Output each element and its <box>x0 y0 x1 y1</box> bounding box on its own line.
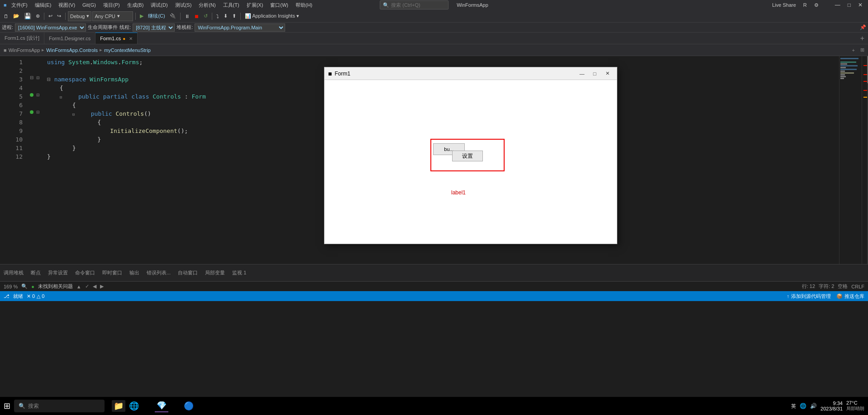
pause-btn[interactable]: ⏸ <box>183 11 191 21</box>
lang-indicator[interactable]: 英 <box>791 403 796 410</box>
thread-label: 线程: <box>119 24 131 31</box>
debug-config-dropdown[interactable]: Debug ▾ <box>68 11 91 21</box>
cg-3[interactable]: ⊟ <box>36 73 43 82</box>
menu-build[interactable]: 生成(B) <box>124 1 147 9</box>
new-file-btn[interactable]: 🗒 <box>2 11 10 21</box>
settings-icon[interactable]: ⚙ <box>814 2 819 8</box>
speaker-icon[interactable]: 🔊 <box>810 403 817 409</box>
bottom-tab-exceptions[interactable]: 异常设置 <box>48 268 68 278</box>
form1-minimize-btn[interactable]: — <box>576 69 588 78</box>
pin-icon[interactable]: 📌 <box>860 24 866 30</box>
tab-form1-cs[interactable]: Form1.cs ● ✕ <box>95 33 138 44</box>
add-to-source-btn[interactable]: ↑ 添加到源代码管理 <box>787 293 831 300</box>
zoom-bar: 169 % 🔍 ● 未找到相关问题 ▲ ✓ ◀ ▶ 行: 12 字符: 2 空格… <box>0 281 868 291</box>
edge-app[interactable]: 🌐 <box>127 400 141 412</box>
minimize-btn[interactable]: — <box>833 2 842 8</box>
menu-project[interactable]: 项目(P) <box>100 1 123 9</box>
tab-close-btn[interactable]: ✕ <box>129 36 133 41</box>
save-btn[interactable]: 💾 <box>22 11 33 21</box>
menu-edit[interactable]: 编辑(E) <box>32 1 54 9</box>
menu-git[interactable]: Git(G) <box>80 1 99 9</box>
menu-help[interactable]: 帮助(H) <box>293 1 315 9</box>
tab-form1-design[interactable]: Form1.cs [设计] <box>0 33 44 44</box>
form1-close-btn[interactable]: ✕ <box>601 69 613 78</box>
cg-8 <box>36 116 43 125</box>
push-btn[interactable]: 📦 推送仓库 <box>836 293 864 300</box>
thread-select[interactable]: [8720] 主线程 <box>133 24 175 32</box>
mail-app[interactable]: ✉ <box>143 400 153 412</box>
bottom-tab-command[interactable]: 命令窗口 <box>75 268 95 278</box>
collapse-bracket-7: ⊟ <box>72 112 75 117</box>
warning-icon[interactable]: ▲ <box>76 284 81 289</box>
nav-prev[interactable]: ◀ <box>93 283 96 289</box>
form1-button2[interactable]: 设置 <box>452 151 483 161</box>
editor-scrollbar[interactable] <box>862 56 868 264</box>
global-search[interactable]: 🔍 <box>380 0 448 9</box>
stop-btn[interactable]: ⏹ <box>192 11 201 21</box>
nav-next[interactable]: ▶ <box>100 283 104 289</box>
undo-btn[interactable]: ↩ <box>47 11 54 21</box>
start-button[interactable]: ⊞ <box>4 401 10 411</box>
bottom-tab-locals[interactable]: 局部变量 <box>205 268 225 278</box>
vscode-app[interactable]: 🔵 <box>182 400 196 412</box>
menu-view[interactable]: 视图(V) <box>56 1 78 9</box>
vs-app[interactable]: 💎 <box>155 400 168 412</box>
cg-2 <box>36 65 43 73</box>
attach-btn[interactable]: 🔌 <box>168 11 178 21</box>
cg-5[interactable]: ⊟ <box>36 90 43 99</box>
zoom-level[interactable]: 169 % <box>4 284 18 289</box>
new-tab-btn[interactable]: + <box>857 33 868 44</box>
status-ready[interactable]: 就绪 <box>13 293 23 300</box>
close-btn[interactable]: ✕ <box>856 2 864 8</box>
cg-7[interactable]: ⊟ <box>36 108 43 116</box>
weather-widget[interactable]: 27°C 局部晴朗 <box>846 400 864 412</box>
app-icon: ■ <box>4 2 7 8</box>
redo-btn[interactable]: ↪ <box>55 11 63 21</box>
check-icon[interactable]: ✓ <box>85 283 89 289</box>
bottom-tab-auto[interactable]: 自动窗口 <box>178 268 198 278</box>
step-over-btn[interactable]: ⤵ <box>215 11 221 21</box>
open-btn[interactable]: 📂 <box>11 11 21 21</box>
taskbar-search[interactable]: 🔍 搜索 <box>14 400 105 412</box>
search-input[interactable] <box>391 2 445 8</box>
start-btn[interactable]: ▶ <box>138 11 145 21</box>
bottom-tab-immediate[interactable]: 即时窗口 <box>102 268 122 278</box>
bottom-tab-errors[interactable]: 错误列表... <box>147 268 171 278</box>
application-insights-btn[interactable]: 📊 Application Insights ▾ <box>243 11 301 21</box>
files-app[interactable]: 📁 <box>112 400 125 412</box>
maximize-btn[interactable]: □ <box>846 2 853 8</box>
account-icon[interactable]: R <box>803 2 807 8</box>
stack-select[interactable]: WinFormsApp.Program.Main <box>195 24 285 32</box>
form1-preview-window[interactable]: ■ Form1 — □ ✕ bu... 设置 label1 <box>324 67 617 244</box>
restart-btn[interactable]: ↺ <box>202 11 210 21</box>
clock[interactable]: 9:34 2023/8/31 <box>820 401 843 411</box>
bottom-tab-breakpoints[interactable]: 断点 <box>31 268 41 278</box>
bottom-tab-watch[interactable]: 监视 1 <box>232 268 246 278</box>
start-label[interactable]: 继续(C) <box>146 11 167 21</box>
form1-maximize-btn[interactable]: □ <box>589 69 601 78</box>
bottom-tab-callstack[interactable]: 调用堆栈 <box>4 268 24 278</box>
menu-window[interactable]: 窗口(W) <box>267 1 291 9</box>
gutter-4 <box>27 82 36 90</box>
menu-file[interactable]: 文件(F) <box>9 1 30 9</box>
terminal-app[interactable]: ▶ <box>170 400 180 412</box>
step-into-btn[interactable]: ⬇ <box>222 11 229 21</box>
split-editor-btn[interactable]: ⊞ <box>860 47 864 53</box>
tab-form1-designer[interactable]: Form1.Designer.cs <box>44 33 95 44</box>
live-share-btn[interactable]: Live Share <box>768 2 800 8</box>
title-bar-left: ■ 文件(F) 编辑(E) 视图(V) Git(G) 项目(P) 生成(B) 调… <box>4 1 315 9</box>
menu-tools[interactable]: 工具(T) <box>220 1 242 9</box>
save-all-btn[interactable]: ⊕ <box>34 11 42 21</box>
error-indicator: ● <box>31 284 34 289</box>
step-out-btn[interactable]: ⬆ <box>230 11 238 21</box>
cpu-dropdown[interactable]: Any CPU ▾ <box>92 11 133 21</box>
network-icon[interactable]: 🌐 <box>800 403 806 409</box>
menu-analyze[interactable]: 分析(N) <box>196 1 218 9</box>
collapse-btn-3[interactable]: ⊟ <box>30 75 33 80</box>
menu-ext[interactable]: 扩展(X) <box>244 1 266 9</box>
menu-test[interactable]: 测试(S) <box>172 1 195 9</box>
bottom-tab-output[interactable]: 输出 <box>129 268 139 278</box>
process-select[interactable]: [16060] WinFormsApp.exe <box>15 24 86 32</box>
add-tab-btn[interactable]: + <box>852 47 855 53</box>
menu-debug[interactable]: 调试(D) <box>148 1 170 9</box>
